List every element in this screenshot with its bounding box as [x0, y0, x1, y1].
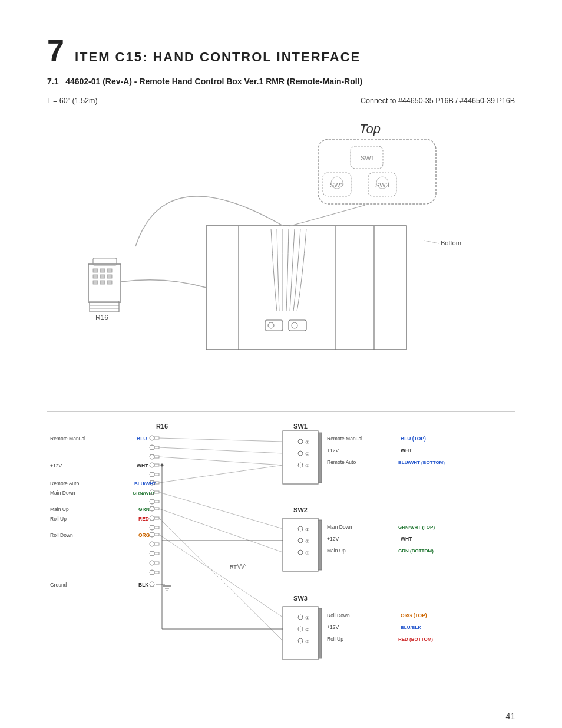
svg-text:BLU/WHT: BLU/WHT — [134, 481, 156, 486]
svg-rect-30 — [107, 281, 112, 284]
svg-point-49 — [298, 526, 303, 531]
svg-text:WHT: WHT — [401, 447, 412, 453]
diagram-area: Top SW1 SW2 SW3 Bottom — [47, 111, 515, 394]
svg-point-57 — [298, 615, 303, 620]
svg-rect-67 — [154, 437, 159, 439]
svg-point-108 — [150, 532, 154, 537]
svg-text:Remote Auto: Remote Auto — [327, 459, 356, 465]
svg-text:R16: R16 — [156, 423, 168, 430]
svg-text:WHT: WHT — [401, 536, 412, 542]
svg-text:SW3: SW3 — [293, 595, 308, 602]
svg-text:RED: RED — [138, 516, 149, 522]
connect-label: Connect to #44650-35 P16B / #44650-39 P1… — [361, 97, 515, 105]
svg-rect-26 — [100, 275, 105, 278]
svg-line-74 — [159, 457, 283, 465]
svg-line-91 — [159, 492, 283, 529]
svg-point-45 — [298, 463, 303, 467]
svg-text:Bottom: Bottom — [441, 239, 461, 246]
svg-text:③: ③ — [305, 551, 309, 556]
svg-point-101 — [150, 516, 154, 521]
svg-point-118 — [150, 570, 154, 575]
svg-rect-73 — [154, 456, 159, 458]
svg-text:Remote Manual: Remote Manual — [327, 436, 362, 442]
svg-rect-1 — [318, 139, 436, 204]
svg-text:Remote Manual: Remote Manual — [50, 436, 85, 442]
svg-point-66 — [150, 436, 154, 440]
svg-rect-97 — [154, 508, 159, 510]
svg-point-61 — [298, 638, 303, 643]
svg-text:Roll Down: Roll Down — [327, 612, 350, 618]
svg-rect-47 — [318, 433, 322, 483]
svg-line-103 — [159, 518, 283, 641]
svg-text:GRN (BOTTOM): GRN (BOTTOM) — [398, 548, 434, 554]
svg-rect-109 — [154, 533, 159, 536]
svg-line-71 — [159, 447, 283, 453]
svg-text:SW1: SW1 — [361, 154, 375, 162]
svg-point-72 — [150, 454, 154, 459]
svg-text:Main Up: Main Up — [50, 506, 69, 512]
svg-text:GRN/WHT (TOP): GRN/WHT (TOP) — [398, 525, 435, 530]
svg-rect-22 — [93, 269, 98, 272]
svg-point-104 — [150, 525, 154, 530]
svg-rect-12 — [206, 226, 406, 350]
svg-point-96 — [150, 506, 154, 511]
svg-text:①: ① — [305, 527, 309, 532]
svg-text:+12V: +12V — [327, 536, 339, 542]
svg-text:②: ② — [305, 539, 309, 544]
svg-rect-27 — [107, 275, 112, 278]
svg-text:+12V: +12V — [50, 463, 62, 469]
svg-point-53 — [298, 550, 303, 555]
svg-text:ORG: ORG — [138, 532, 150, 538]
svg-text:BLU (TOP): BLU (TOP) — [401, 436, 426, 442]
svg-text:BLU/WHT (BOTTOM): BLU/WHT (BOTTOM) — [398, 460, 445, 465]
svg-text:GRN: GRN — [138, 506, 150, 512]
svg-rect-63 — [318, 608, 322, 658]
svg-rect-23 — [100, 269, 105, 272]
chapter-title: ITEM C15: HAND CONTROL INTERFACE — [75, 50, 361, 65]
svg-rect-105 — [154, 526, 159, 529]
svg-point-111 — [150, 542, 154, 546]
svg-rect-55 — [318, 520, 322, 570]
svg-text:Main Down: Main Down — [50, 490, 75, 496]
svg-text:+12V: +12V — [327, 447, 339, 453]
chapter-number: 7 — [47, 35, 64, 66]
svg-point-43 — [298, 451, 303, 456]
svg-line-86 — [159, 465, 283, 483]
svg-text:①: ① — [305, 440, 309, 445]
length-label: L = 60" (1.52m) — [47, 97, 98, 105]
svg-point-92 — [150, 499, 154, 504]
svg-text:②: ② — [305, 452, 309, 457]
svg-point-69 — [150, 445, 154, 450]
svg-text:Roll Down: Roll Down — [50, 532, 73, 538]
section-title: 7.1 44602-01 (Rev-A) - Remote Hand Contr… — [47, 77, 515, 86]
svg-text:①: ① — [305, 615, 309, 621]
svg-rect-93 — [154, 500, 159, 503]
svg-text:③: ③ — [305, 463, 309, 469]
svg-rect-119 — [154, 571, 159, 574]
svg-point-122 — [150, 582, 154, 587]
svg-text:GRN/WHT: GRN/WHT — [133, 490, 155, 496]
wiring-diagram: Top SW1 SW2 SW3 Bottom — [47, 111, 515, 394]
svg-text:②: ② — [305, 627, 309, 633]
page-container: 7 ITEM C15: HAND CONTROL INTERFACE 7.1 4… — [0, 0, 562, 728]
svg-text:BLU/BLK: BLU/BLK — [401, 625, 421, 630]
svg-point-59 — [298, 627, 303, 631]
svg-rect-112 — [154, 543, 159, 545]
svg-line-11 — [424, 241, 439, 243]
svg-rect-78 — [154, 464, 159, 466]
svg-point-19 — [268, 322, 274, 328]
svg-text:Ground: Ground — [50, 582, 67, 588]
svg-line-98 — [159, 509, 283, 552]
svg-text:BLU: BLU — [137, 436, 147, 442]
svg-text:Roll Up: Roll Up — [50, 516, 67, 522]
svg-point-115 — [150, 561, 154, 565]
page-number: 41 — [505, 711, 515, 721]
svg-text:Remote Auto: Remote Auto — [50, 480, 79, 486]
svg-text:BLK: BLK — [138, 582, 149, 588]
svg-text:+12V: +12V — [327, 624, 339, 630]
svg-text:SW1: SW1 — [293, 423, 308, 430]
svg-rect-29 — [100, 281, 105, 284]
schematic-diagram: R16 SW1 SW2 SW3 ① ② ③ ① ② ③ — [47, 418, 515, 701]
svg-rect-116 — [154, 562, 159, 564]
svg-rect-70 — [154, 446, 159, 449]
